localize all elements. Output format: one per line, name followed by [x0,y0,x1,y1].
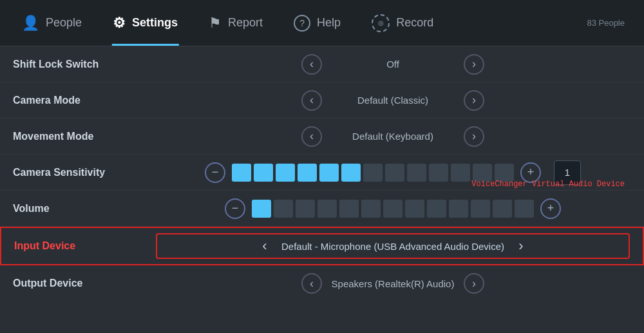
volume-slider[interactable] [252,200,534,218]
nav-item-people[interactable]: 👤 People [6,0,97,46]
movement-mode-next-btn[interactable]: › [464,126,484,147]
vol-bar-6 [361,200,381,218]
vol-bar-11 [471,200,490,218]
vol-bar-9 [427,200,446,218]
vol-bar-2 [274,200,293,218]
people-icon: 👤 [22,16,39,30]
people-count: 83 People [587,18,638,28]
vol-bar-10 [449,200,468,218]
setting-row-volume: Volume − + VoiceChanger Virtual Audio De… [0,191,644,227]
camera-mode-value: Default (Classic) [328,95,457,106]
camera-mode-prev-btn[interactable]: ‹ [301,90,322,111]
shift-lock-prev-btn[interactable]: ‹ [301,54,322,75]
setting-row-output-device: Output Device ‹ Speakers (Realtek(R) Aud… [0,265,644,301]
nav-item-record[interactable]: ◎ Record [356,0,449,46]
vol-bar-12 [493,200,512,218]
output-device-next-btn[interactable]: › [464,273,484,294]
bar-5 [319,164,339,182]
camera-mode-next-btn[interactable]: › [464,90,484,111]
bar-10 [429,164,448,182]
bar-7 [363,164,383,182]
setting-label-camera-mode: Camera Mode [13,95,155,106]
setting-label-shift-lock: Shift Lock Switch [13,59,155,70]
movement-mode-prev-btn[interactable]: ‹ [301,126,322,147]
setting-row-input-device: Input Device ‹ Default - Microphone (USB… [0,227,644,265]
bar-12 [473,164,492,182]
bar-11 [451,164,470,182]
input-device-prev-btn[interactable]: ‹ [254,236,275,256]
bar-4 [298,164,317,182]
nav-label-help: Help [317,16,341,30]
setting-label-movement-mode: Movement Mode [13,131,155,142]
volume-tooltip: VoiceChanger Virtual Audio Device [471,180,625,189]
nav-item-settings[interactable]: ⚙ Settings [97,0,193,46]
bar-6 [341,164,361,182]
vol-bar-1 [252,200,271,218]
bar-2 [254,164,273,182]
setting-row-movement-mode: Movement Mode ‹ Default (Keyboard) › [0,119,644,155]
setting-control-output-device: ‹ Speakers (Realtek(R) Audio) › [155,273,631,294]
report-icon: ⚑ [209,16,222,30]
volume-minus-btn[interactable]: − [225,198,245,219]
setting-control-input-device: ‹ Default - Microphone (USB Advanced Aud… [156,233,630,259]
output-device-value: Speakers (Realtek(R) Audio) [328,278,457,289]
bar-1 [232,164,251,182]
setting-label-output-device: Output Device [13,278,155,289]
bar-13 [495,164,514,182]
bar-9 [407,164,426,182]
nav-item-help[interactable]: ? Help [278,0,356,46]
input-device-next-btn[interactable]: › [511,236,531,256]
nav-label-people: People [46,16,82,30]
camera-sensitivity-slider[interactable] [232,164,514,182]
setting-label-volume: Volume [13,203,155,214]
vol-bar-5 [339,200,359,218]
top-nav: 👤 People ⚙ Settings ⚑ Report ? Help ◎ Re… [0,0,644,46]
setting-control-shift-lock: ‹ Off › [155,54,631,75]
output-device-prev-btn[interactable]: ‹ [301,273,322,294]
settings-icon: ⚙ [113,16,126,30]
nav-label-settings: Settings [132,16,178,30]
setting-control-movement-mode: ‹ Default (Keyboard) › [155,126,631,147]
setting-row-camera-mode: Camera Mode ‹ Default (Classic) › [0,82,644,119]
input-device-value: Default - Microphone (USB Advanced Audio… [281,241,504,252]
shift-lock-value: Off [328,59,457,70]
movement-mode-value: Default (Keyboard) [328,131,457,142]
nav-item-report[interactable]: ⚑ Report [193,0,278,46]
camera-sensitivity-minus-btn[interactable]: − [205,162,225,183]
shift-lock-next-btn[interactable]: › [464,54,484,75]
setting-control-camera-mode: ‹ Default (Classic) › [155,90,631,111]
vol-bar-4 [317,200,337,218]
bar-3 [276,164,295,182]
setting-row-shift-lock: Shift Lock Switch ‹ Off › [0,46,644,82]
settings-content: Shift Lock Switch ‹ Off › Camera Mode ‹ … [0,46,644,301]
nav-label-report: Report [228,16,263,30]
volume-plus-btn[interactable]: + [540,198,561,219]
vol-bar-7 [383,200,402,218]
bar-8 [385,164,404,182]
vol-bar-8 [405,200,424,218]
vol-bar-13 [515,200,534,218]
setting-label-camera-sensitivity: Camera Sensitivity [13,167,155,178]
setting-control-volume: − + [155,198,631,219]
nav-label-record: Record [396,16,433,30]
setting-label-input-device: Input Device [14,240,156,252]
vol-bar-3 [296,200,315,218]
record-icon: ◎ [372,14,390,32]
help-icon: ? [294,15,310,32]
